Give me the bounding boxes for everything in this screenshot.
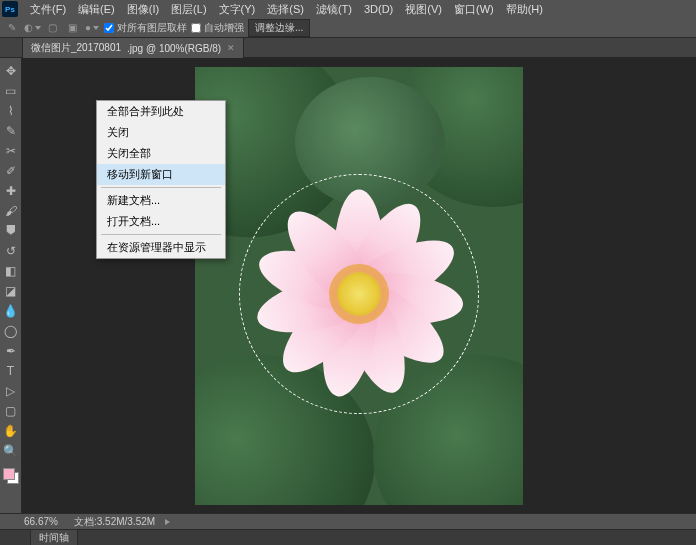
eyedropper-tool-icon[interactable]: ✐ (2, 162, 20, 180)
lotus-flower-image (239, 174, 479, 414)
timeline-panel-tab[interactable]: 时间轴 (30, 529, 78, 546)
zoom-tool-icon[interactable]: 🔍 (2, 442, 20, 460)
document-tab-suffix: .jpg @ 100%(RGB/8) (127, 43, 221, 54)
workspace: ✥ ▭ ⌇ ✎ ✂ ✐ ✚ 🖌 ⛊ ↺ ◧ ◪ 💧 ◯ ✒ T ▷ ▢ ✋ 🔍 (0, 58, 696, 513)
menu-close-all[interactable]: 关闭全部 (97, 143, 225, 164)
options-bar: ✎ ◐ ▢ ▣ ● 对所有图层取样 自动增强 调整边缘... (0, 18, 696, 38)
menu-window[interactable]: 窗口(W) (448, 0, 500, 19)
stamp-tool-icon[interactable]: ⛊ (2, 222, 20, 240)
brush-preset-icon[interactable]: ◐ (24, 20, 40, 36)
history-brush-tool-icon[interactable]: ↺ (2, 242, 20, 260)
menu-view[interactable]: 视图(V) (399, 0, 448, 19)
marquee-tool-icon[interactable]: ▭ (2, 82, 20, 100)
tab-context-menu: 全部合并到此处 关闭 关闭全部 移动到新窗口 新建文档... 打开文档... 在… (96, 100, 226, 259)
menu-edit[interactable]: 编辑(E) (72, 0, 121, 19)
flower-center (337, 272, 381, 316)
menu-file[interactable]: 文件(F) (24, 0, 72, 19)
menu-image[interactable]: 图像(I) (121, 0, 165, 19)
menu-separator (101, 234, 221, 235)
doc-info-dropdown-icon[interactable] (165, 519, 170, 525)
sample-all-layers-label: 对所有图层取样 (117, 21, 187, 35)
brush-tool-icon[interactable]: 🖌 (2, 202, 20, 220)
document-tab-title: 微信图片_20170801 (31, 41, 121, 55)
sample-all-layers-checkbox[interactable]: 对所有图层取样 (104, 21, 187, 35)
move-tool-icon[interactable]: ✥ (2, 62, 20, 80)
bottom-panel-bar: 时间轴 (0, 529, 696, 545)
pen-tool-icon[interactable]: ✒ (2, 342, 20, 360)
auto-enhance-input[interactable] (191, 23, 201, 33)
menubar: Ps 文件(F) 编辑(E) 图像(I) 图层(L) 文字(Y) 选择(S) 滤… (0, 0, 696, 18)
shape-tool-icon[interactable]: ▢ (2, 402, 20, 420)
crop-tool-icon[interactable]: ✂ (2, 142, 20, 160)
tools-panel: ✥ ▭ ⌇ ✎ ✂ ✐ ✚ 🖌 ⛊ ↺ ◧ ◪ 💧 ◯ ✒ T ▷ ▢ ✋ 🔍 (0, 58, 22, 513)
subtract-selection-icon[interactable]: ▣ (64, 20, 80, 36)
menu-separator (101, 187, 221, 188)
healing-tool-icon[interactable]: ✚ (2, 182, 20, 200)
menu-3d[interactable]: 3D(D) (358, 1, 399, 17)
menu-reveal-in-explorer[interactable]: 在资源管理器中显示 (97, 237, 225, 258)
dodge-tool-icon[interactable]: ◯ (2, 322, 20, 340)
gradient-tool-icon[interactable]: ◪ (2, 282, 20, 300)
document-info: 文档:3.52M/3.52M (74, 515, 155, 529)
lasso-tool-icon[interactable]: ⌇ (2, 102, 20, 120)
menu-open-document[interactable]: 打开文档... (97, 211, 225, 232)
menu-type[interactable]: 文字(Y) (213, 0, 262, 19)
menu-new-document[interactable]: 新建文档... (97, 190, 225, 211)
menu-select[interactable]: 选择(S) (261, 0, 310, 19)
document-canvas[interactable] (195, 67, 523, 505)
zoom-level[interactable]: 66.67% (24, 516, 64, 527)
eraser-tool-icon[interactable]: ◧ (2, 262, 20, 280)
menu-close[interactable]: 关闭 (97, 122, 225, 143)
document-tab[interactable]: 微信图片_20170801 .jpg @ 100%(RGB/8) ✕ (22, 37, 244, 58)
color-swatches[interactable] (3, 468, 19, 484)
path-tool-icon[interactable]: ▷ (2, 382, 20, 400)
menu-help[interactable]: 帮助(H) (500, 0, 549, 19)
hand-tool-icon[interactable]: ✋ (2, 422, 20, 440)
quick-select-tool-icon[interactable]: ✎ (2, 122, 20, 140)
document-tab-bar: 微信图片_20170801 .jpg @ 100%(RGB/8) ✕ (0, 38, 696, 58)
type-tool-icon[interactable]: T (2, 362, 20, 380)
auto-enhance-checkbox[interactable]: 自动增强 (191, 21, 244, 35)
close-tab-icon[interactable]: ✕ (227, 43, 235, 53)
menu-move-to-new-window[interactable]: 移动到新窗口 (97, 164, 225, 185)
brush-size-icon[interactable]: ● (84, 20, 100, 36)
ps-logo-icon: Ps (2, 1, 18, 17)
menu-layer[interactable]: 图层(L) (165, 0, 212, 19)
sample-all-layers-input[interactable] (104, 23, 114, 33)
add-selection-icon[interactable]: ▢ (44, 20, 60, 36)
refine-edge-button[interactable]: 调整边缘... (248, 19, 310, 37)
tool-preset-icon[interactable]: ✎ (4, 20, 20, 36)
foreground-color-swatch[interactable] (3, 468, 15, 480)
auto-enhance-label: 自动增强 (204, 21, 244, 35)
status-bar: 66.67% 文档:3.52M/3.52M (0, 513, 696, 529)
menu-filter[interactable]: 滤镜(T) (310, 0, 358, 19)
menu-merge-all-here[interactable]: 全部合并到此处 (97, 101, 225, 122)
blur-tool-icon[interactable]: 💧 (2, 302, 20, 320)
